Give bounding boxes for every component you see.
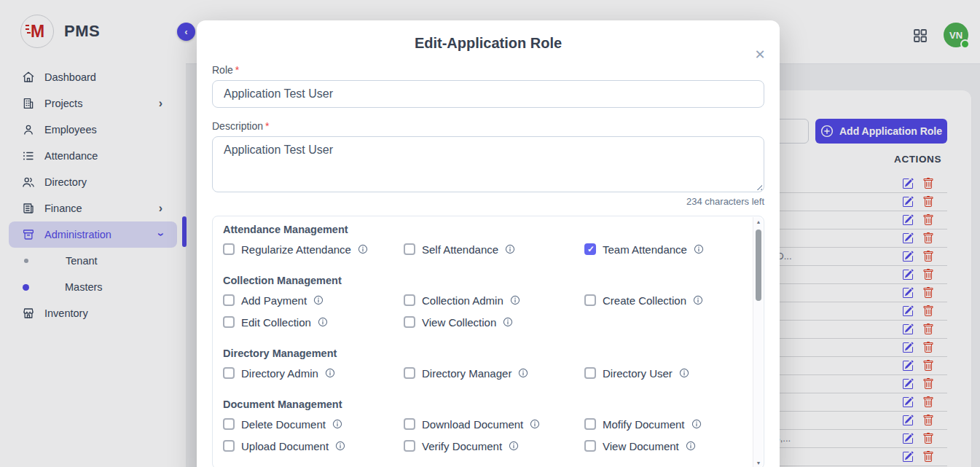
permissions-panel: Attendance ManagementRegularize Attendan… <box>212 216 764 467</box>
permission-label: Create Collection <box>603 294 686 307</box>
checkbox-icon[interactable] <box>223 294 235 306</box>
permission-checkbox-edit-collection[interactable]: Edit Collection <box>223 314 404 330</box>
permission-checkbox-verify-document[interactable]: Verify Document <box>404 438 584 454</box>
checkbox-icon[interactable] <box>223 418 235 430</box>
info-icon[interactable] <box>313 295 324 305</box>
info-icon[interactable] <box>332 419 342 429</box>
info-icon[interactable] <box>530 419 540 429</box>
permission-label: Self Attendance <box>422 243 498 256</box>
info-icon[interactable] <box>679 368 689 378</box>
info-icon[interactable] <box>518 368 528 378</box>
scrollbar-thumb[interactable] <box>756 229 761 301</box>
info-icon[interactable] <box>335 441 345 451</box>
checkbox-icon[interactable] <box>223 367 235 379</box>
characters-left-counter: 234 characters left <box>212 196 764 207</box>
permission-checkbox-collection-admin[interactable]: Collection Admin <box>404 292 584 308</box>
permission-label: Team Attendance <box>603 243 687 256</box>
permission-checkbox-directory-manager[interactable]: Directory Manager <box>404 365 584 381</box>
permission-label: Upload Document <box>241 440 329 452</box>
info-icon[interactable] <box>691 419 702 429</box>
info-icon[interactable] <box>318 317 328 327</box>
info-icon[interactable] <box>693 295 703 305</box>
permissions-scrollbar[interactable]: ▲ ▼ <box>753 217 763 467</box>
permission-label: Directory Admin <box>241 367 318 380</box>
checkbox-icon[interactable] <box>404 294 415 306</box>
permission-checkbox-upload-document[interactable]: Upload Document <box>223 438 404 454</box>
permission-label: View Document <box>603 440 679 452</box>
permissions-groups: Attendance ManagementRegularize Attendan… <box>223 224 739 454</box>
permission-group: Attendance ManagementRegularize Attendan… <box>223 224 739 257</box>
info-icon[interactable] <box>510 295 520 305</box>
info-icon[interactable] <box>509 441 519 451</box>
permission-label: Add Payment <box>241 294 307 307</box>
checkbox-icon[interactable] <box>404 243 415 255</box>
close-icon[interactable]: ✕ <box>750 45 769 64</box>
permission-checkbox-create-collection[interactable]: Create Collection <box>584 292 739 308</box>
checkbox-icon[interactable] <box>404 367 415 379</box>
info-icon[interactable] <box>325 368 335 378</box>
checkbox-icon[interactable] <box>404 316 415 328</box>
permission-label: View Collection <box>422 316 496 329</box>
checkbox-icon[interactable] <box>223 440 235 452</box>
permission-checkbox-regularize-attendance[interactable]: Regularize Attendance <box>223 241 404 257</box>
permission-group-title: Attendance Management <box>223 224 739 235</box>
permission-checkbox-team-attendance[interactable]: Team Attendance <box>584 241 739 257</box>
permission-group-title: Collection Management <box>223 275 739 286</box>
edit-application-role-modal: Edit-Application Role ✕ Role* Descriptio… <box>197 20 780 467</box>
description-label: Description* <box>212 120 764 132</box>
info-icon[interactable] <box>503 317 513 327</box>
permission-checkbox-mofify-document[interactable]: Mofify Document <box>584 416 739 432</box>
checkbox-icon[interactable] <box>584 243 596 255</box>
permission-checkbox-directory-user[interactable]: Directory User <box>584 365 739 381</box>
permission-checkbox-download-document[interactable]: Download Document <box>404 416 584 432</box>
permission-label: Collection Admin <box>422 294 503 307</box>
permission-group: Directory ManagementDirectory AdminDirec… <box>223 348 739 381</box>
required-asterisk: * <box>265 120 269 132</box>
info-icon[interactable] <box>694 244 704 254</box>
info-icon[interactable] <box>358 244 368 254</box>
permission-checkbox-self-attendance[interactable]: Self Attendance <box>404 241 584 257</box>
role-input[interactable] <box>212 80 764 108</box>
checkbox-icon[interactable] <box>404 418 415 430</box>
role-label: Role* <box>212 64 764 76</box>
info-icon[interactable] <box>505 244 515 254</box>
checkbox-icon[interactable] <box>223 243 235 255</box>
checkbox-icon[interactable] <box>584 367 596 379</box>
permission-label: Edit Collection <box>241 316 311 329</box>
checkbox-icon[interactable] <box>223 316 235 328</box>
permission-checkbox-directory-admin[interactable]: Directory Admin <box>223 365 404 381</box>
permission-checkbox-view-document[interactable]: View Document <box>584 438 739 454</box>
permission-checkbox-delete-document[interactable]: Delete Document <box>223 416 404 432</box>
permission-label: Directory User <box>603 367 673 380</box>
permission-label: Directory Manager <box>422 367 511 380</box>
permission-label: Verify Document <box>422 440 502 452</box>
checkbox-icon[interactable] <box>404 440 415 452</box>
permission-label: Mofify Document <box>603 418 685 431</box>
checkbox-icon[interactable] <box>584 418 596 430</box>
permission-label: Download Document <box>422 418 523 431</box>
checkbox-icon[interactable] <box>584 294 596 306</box>
info-icon[interactable] <box>686 441 696 451</box>
permission-group-title: Directory Management <box>223 348 739 359</box>
permission-group: Document ManagementDelete DocumentDownlo… <box>223 399 739 454</box>
description-textarea[interactable]: Application Test User <box>212 136 764 192</box>
scroll-down-icon[interactable]: ▼ <box>753 460 764 466</box>
permission-checkbox-add-payment[interactable]: Add Payment <box>223 292 404 308</box>
modal-title: Edit-Application Role <box>212 20 764 52</box>
permission-group: Collection ManagementAdd PaymentCollecti… <box>223 275 739 330</box>
scroll-up-icon[interactable]: ▲ <box>753 219 764 224</box>
permission-group-title: Document Management <box>223 399 739 410</box>
permission-checkbox-view-collection[interactable]: View Collection <box>404 314 584 330</box>
permission-label: Regularize Attendance <box>241 243 351 256</box>
checkbox-icon[interactable] <box>584 440 596 452</box>
required-asterisk: * <box>235 64 239 76</box>
permission-label: Delete Document <box>241 418 326 431</box>
